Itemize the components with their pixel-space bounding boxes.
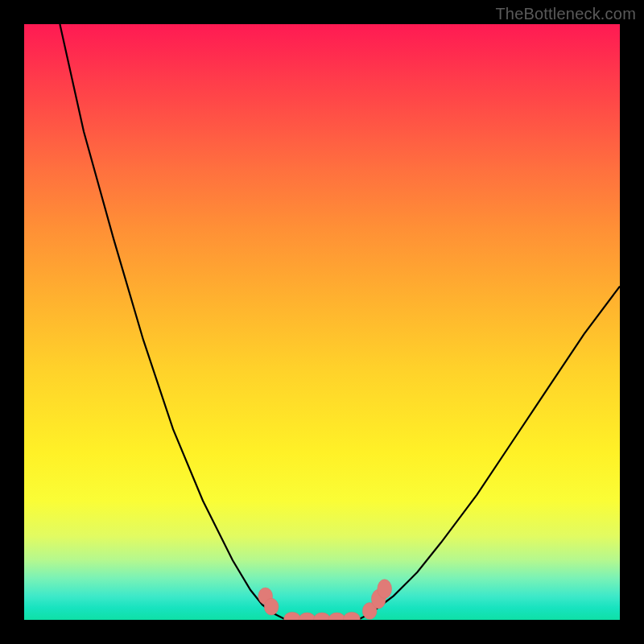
attribution-text: TheBottleneck.com [495, 5, 636, 23]
curve-path [60, 24, 620, 620]
bottleneck-curve [24, 24, 620, 620]
plot-area [24, 24, 620, 620]
data-marker [264, 598, 279, 615]
markers-group [258, 580, 392, 620]
data-marker [299, 613, 316, 620]
data-marker [328, 613, 345, 620]
data-marker [284, 612, 301, 620]
data-marker [314, 613, 331, 620]
data-marker [378, 580, 392, 599]
chart-frame: TheBottleneck.com [0, 0, 644, 644]
data-marker [344, 612, 361, 620]
